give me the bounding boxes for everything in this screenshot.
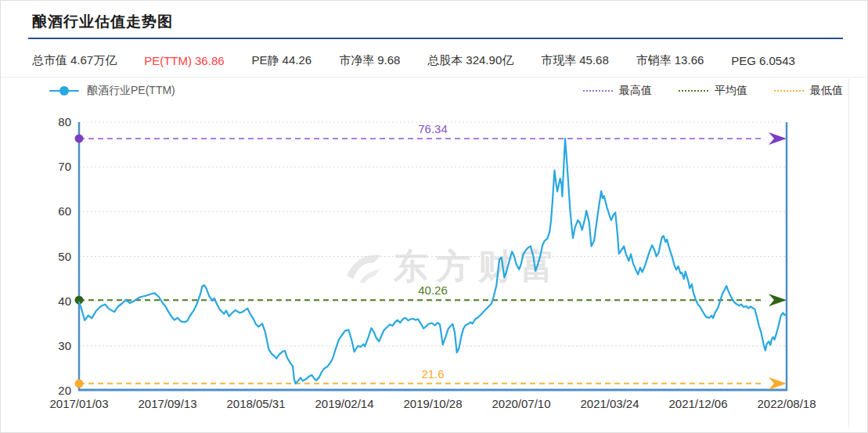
min-reference-arrow-icon (769, 377, 787, 390)
legend-max-value[interactable]: 最高值 (583, 84, 652, 98)
stat-pcf-ratio: 市现率45.68 (541, 53, 612, 68)
min-reference-dot-icon (75, 379, 84, 388)
stat-value: 6.0543 (759, 54, 795, 67)
stat-label: PE(TTM) (144, 54, 192, 67)
series-line-marker-icon (49, 86, 79, 96)
legend-series-pe-ttm[interactable]: 酿酒行业PE(TTM) (49, 84, 175, 98)
stat-label: 总股本 (427, 53, 463, 67)
right-divider (848, 79, 849, 428)
pe-trend-chart[interactable] (79, 122, 787, 391)
x-tick-label: 2021/12/06 (647, 396, 749, 412)
stat-value: 324.90亿 (466, 53, 513, 67)
y-tick-label: 30 (29, 338, 71, 354)
stat-label: PE静 (252, 53, 279, 67)
stat-label: 市销率 (636, 53, 672, 67)
stat-value: 4.67万亿 (70, 53, 117, 67)
stat-value: 9.68 (377, 53, 400, 67)
stat-label: 市现率 (541, 53, 576, 67)
stat-pb-ratio: 市净率9.68 (339, 53, 403, 68)
stat-pe-static: PE静44.26 (252, 53, 315, 68)
stat-value: 36.86 (195, 54, 225, 67)
x-tick-label: 2021/03/24 (559, 396, 661, 412)
y-tick-label: 40 (29, 294, 71, 309)
max-reference-dot-icon (75, 134, 84, 143)
stat-pe-ttm: PE(TTM)36.86 (144, 54, 227, 67)
reference-legend: 最高值 平均值 最低值 (583, 84, 843, 98)
avg-dotted-line-icon (679, 90, 708, 92)
legend-min-label: 最低值 (810, 84, 843, 98)
stat-value: 44.26 (283, 53, 312, 67)
stat-value: 45.68 (579, 53, 609, 67)
legend-series-label: 酿酒行业PE(TTM) (87, 84, 175, 98)
legend-row: 酿酒行业PE(TTM) 最高值 平均值 最低值 (49, 81, 843, 101)
legend-avg-value[interactable]: 平均值 (679, 84, 747, 98)
x-tick-label: 2022/08/18 (736, 396, 837, 412)
x-tick-label: 2020/07/10 (470, 396, 572, 412)
stat-label: 市净率 (339, 53, 374, 67)
stat-ps-ratio: 市销率13.66 (636, 53, 708, 68)
stat-total-market-cap: 总市值4.67万亿 (32, 53, 120, 68)
x-tick-label: 2017/01/03 (28, 396, 130, 412)
title-underline (28, 38, 843, 39)
stat-label: PEG (731, 54, 756, 67)
legend-avg-label: 平均值 (715, 84, 747, 98)
min-dotted-line-icon (774, 90, 804, 92)
y-tick-label: 60 (29, 204, 71, 219)
x-tick-label: 2019/10/28 (382, 396, 484, 412)
x-tick-label: 2019/02/14 (294, 396, 395, 412)
avg-reference-arrow-icon (769, 294, 787, 306)
stats-bar: 总市值4.67万亿 PE(TTM)36.86 PE静44.26 市净率9.68 … (32, 48, 846, 73)
y-tick-label: 70 (29, 159, 71, 175)
legend-max-label: 最高值 (619, 84, 652, 98)
max-reference-arrow-icon (769, 132, 787, 145)
stat-label: 总市值 (32, 53, 67, 67)
stats-divider (1, 77, 868, 78)
pe-ttm-series-line[interactable] (79, 139, 787, 384)
legend-min-value[interactable]: 最低值 (774, 84, 843, 98)
stat-peg: PEG6.0543 (731, 54, 798, 67)
valuation-chart-panel: 酿酒行业估值走势图 总市值4.67万亿 PE(TTM)36.86 PE静44.2… (0, 0, 868, 433)
page-title: 酿酒行业估值走势图 (32, 12, 173, 32)
x-tick-label: 2017/09/13 (117, 396, 218, 412)
y-tick-label: 50 (29, 249, 71, 265)
stat-value: 13.66 (675, 53, 704, 67)
stat-total-shares: 总股本324.90亿 (427, 53, 517, 68)
max-dotted-line-icon (583, 90, 613, 92)
y-tick-label: 20 (29, 383, 71, 399)
x-tick-label: 2018/05/31 (205, 396, 307, 412)
y-tick-label: 80 (29, 114, 71, 130)
